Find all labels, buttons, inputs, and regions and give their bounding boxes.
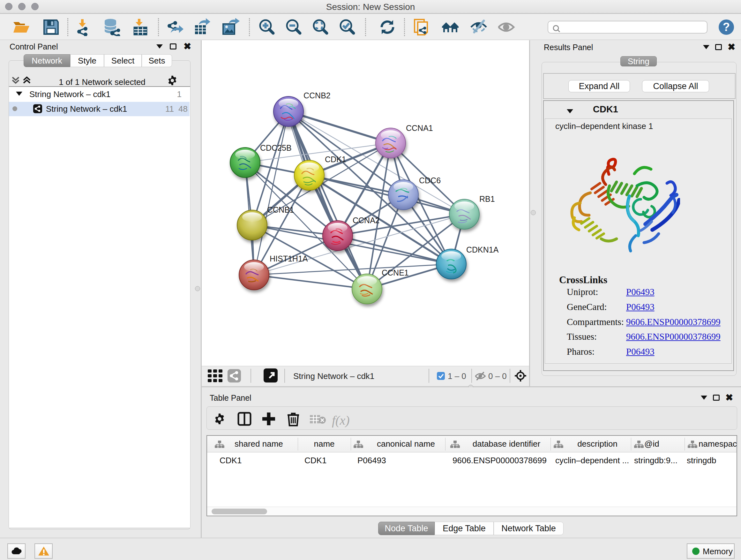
svg-text:CCNB2: CCNB2 [304, 91, 331, 100]
svg-text:CCNE1: CCNE1 [382, 268, 409, 277]
svg-text:CDK1: CDK1 [325, 155, 346, 164]
svg-text:RB1: RB1 [479, 194, 495, 203]
svg-text:CCNA1: CCNA1 [406, 124, 433, 132]
svg-text:CDC6: CDC6 [419, 176, 441, 185]
svg-text:CCNB1: CCNB1 [267, 205, 294, 214]
svg-text:?: ? [723, 20, 730, 34]
svg-text:CDC25B: CDC25B [260, 143, 292, 152]
svg-text:CDKN1A: CDKN1A [466, 245, 499, 254]
svg-text:HIST1H1A: HIST1H1A [270, 254, 308, 263]
svg-text:CCNA2: CCNA2 [353, 216, 380, 225]
